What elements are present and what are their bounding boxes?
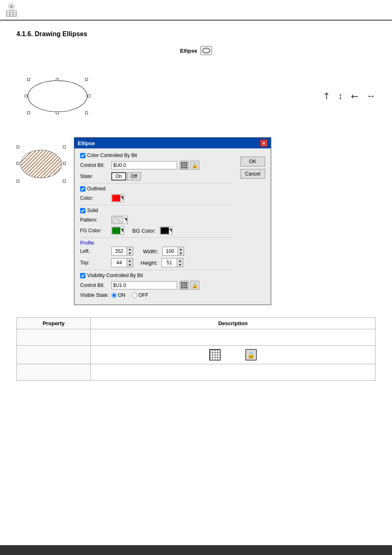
table-grid-icon: [209, 349, 221, 361]
state-buttons: On Off: [111, 172, 141, 180]
description-col-header: Description: [91, 318, 376, 329]
ellipse-with-handles: [25, 76, 90, 117]
dialog-icons: 🔒: [180, 161, 199, 170]
top-spinner: ▲ ▼: [111, 258, 133, 267]
visible-on-label[interactable]: ON: [111, 292, 125, 298]
bottom-bar: [0, 545, 392, 555]
diagonal-down-arrow: ↙: [348, 90, 361, 102]
visible-state-row: Visible State: ON OFF: [80, 292, 232, 298]
vis-dialog-icons: 🔒: [180, 281, 199, 290]
height-input[interactable]: [162, 259, 177, 267]
bg-color-arrow: [169, 229, 172, 233]
width-up-button[interactable]: ▲: [178, 247, 184, 251]
section-title: 4.1.6. Drawing Ellipses: [16, 30, 376, 38]
solid-checkbox[interactable]: [80, 208, 85, 213]
dialog-title: Ellipse: [78, 140, 95, 146]
ellipse-label: Ellipse: [180, 48, 197, 54]
outlined-row: Outlined: [80, 186, 232, 192]
width-spinner-arrows: ▲ ▼: [178, 247, 184, 255]
dialog-titlebar: Ellipse ×: [74, 138, 271, 148]
width-input[interactable]: [163, 247, 178, 255]
state-on-button[interactable]: On: [111, 172, 126, 180]
dialog-area: Ellipse × Color Controlled By Bit: [16, 137, 376, 305]
handle-tr: [85, 78, 88, 81]
description-cell-3: [91, 364, 376, 381]
handle-bm: [56, 111, 59, 114]
pattern-preview: [112, 217, 124, 223]
ok-cancel-column: OK Cancel: [240, 157, 265, 301]
resize-arrows: ↗ ↕ ↙ ↔: [323, 91, 376, 102]
bg-color-box: [161, 227, 169, 234]
left-down-button[interactable]: ▼: [127, 251, 133, 255]
fg-bg-color-row: FG Color: BG Color:: [80, 227, 232, 235]
svg-point-8: [28, 81, 87, 112]
bg-color-swatch[interactable]: [160, 227, 173, 235]
handle-br: [85, 111, 88, 114]
control-bit-row: Control Bit: 🔒: [80, 161, 232, 170]
state-off-button[interactable]: Off: [127, 172, 141, 180]
left-spinner-arrows: ▲ ▼: [127, 247, 133, 255]
app-icon: [3, 2, 20, 17]
visible-off-radio[interactable]: [132, 293, 137, 298]
visible-off-label[interactable]: OFF: [132, 292, 148, 298]
visibility-checkbox[interactable]: [80, 273, 85, 278]
ok-button[interactable]: OK: [240, 157, 265, 166]
pattern-row: Pattern:: [80, 216, 232, 224]
bg-color-label: BG Color:: [132, 228, 156, 234]
handle-tm: [56, 78, 59, 81]
lock-icon[interactable]: 🔒: [190, 161, 199, 170]
grid-icon[interactable]: [180, 161, 189, 170]
height-down-button[interactable]: ▼: [177, 263, 183, 267]
table-row: 🔒: [17, 346, 376, 364]
handle-tl: [27, 78, 30, 81]
vis-control-bit-input[interactable]: [111, 281, 177, 289]
vis-grid-icon[interactable]: [180, 281, 189, 290]
svg-point-7: [203, 48, 210, 53]
handle-mr: [88, 95, 90, 97]
property-cell-3: [17, 364, 91, 381]
color-row: Color:: [80, 194, 232, 202]
left-spinner: ▲ ▼: [111, 247, 133, 256]
description-cell-2: 🔒: [91, 346, 376, 364]
property-col-header: Property: [17, 318, 91, 329]
ellipse-dialog: Ellipse × Color Controlled By Bit: [74, 137, 271, 305]
cancel-button[interactable]: Cancel: [240, 169, 265, 179]
top-up-button[interactable]: ▲: [127, 259, 133, 263]
fg-color-swatch[interactable]: [111, 227, 124, 235]
color-controlled-checkbox[interactable]: [80, 153, 85, 158]
main-content: 4.1.6. Drawing Ellipses Ellipse: [0, 21, 392, 391]
dialog-close-button[interactable]: ×: [260, 139, 267, 147]
table-icon-row: 🔒: [96, 349, 370, 361]
control-bit-input[interactable]: [111, 161, 177, 169]
pattern-swatch[interactable]: [111, 216, 128, 224]
svg-rect-2: [7, 11, 16, 16]
visible-on-radio[interactable]: [111, 293, 117, 298]
left-input[interactable]: [112, 247, 127, 255]
table-row: [17, 364, 376, 381]
diagram-area: ↗ ↕ ↙ ↔: [16, 67, 376, 125]
height-up-button[interactable]: ▲: [177, 259, 183, 263]
left-up-button[interactable]: ▲: [127, 247, 133, 251]
table-lock-icon: 🔒: [245, 349, 257, 361]
left-width-row: Left: ▲ ▼ Width:: [80, 247, 232, 256]
outlined-checkbox[interactable]: [80, 186, 85, 192]
outlined-checkbox-label[interactable]: Outlined: [80, 186, 106, 192]
width-down-button[interactable]: ▼: [178, 251, 184, 255]
visibility-checkbox-label[interactable]: Visibility Controlled By Bit: [80, 273, 143, 278]
vis-lock-icon[interactable]: 🔒: [190, 281, 199, 290]
height-spinner: ▲ ▼: [161, 258, 183, 267]
filled-ellipse-diagram: [16, 141, 66, 178]
vis-control-bit-row: Control Bit: 🔒: [80, 281, 232, 290]
top-down-button[interactable]: ▼: [127, 263, 133, 267]
color-box: [112, 195, 120, 201]
diagonal-up-arrow: ↗: [320, 90, 332, 102]
color-controlled-checkbox-label[interactable]: Color Controlled By Bit: [80, 153, 137, 158]
color-swatch[interactable]: [111, 194, 124, 202]
svg-point-10: [21, 150, 62, 178]
solid-checkbox-label[interactable]: Solid: [80, 208, 98, 213]
fg-color-arrow: [121, 229, 123, 233]
top-input[interactable]: [112, 259, 127, 267]
vertical-arrow: ↕: [338, 91, 343, 102]
ellipse-tool-row: Ellipse: [16, 46, 376, 55]
visibility-controlled-row: Visibility Controlled By Bit: [80, 273, 232, 278]
